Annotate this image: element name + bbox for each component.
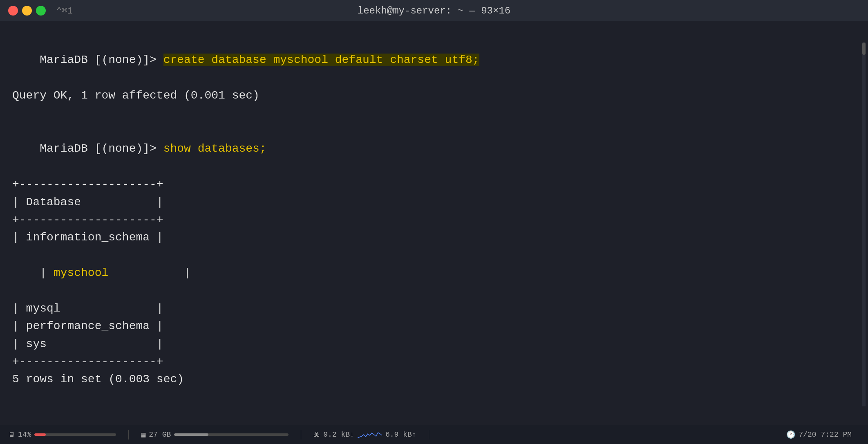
terminal-blank-2 — [12, 388, 856, 406]
cpu-label: 14% — [18, 431, 31, 439]
disk-icon: ▦ — [141, 430, 145, 439]
prompt-1: MariaDB [(none)]> — [40, 54, 163, 66]
maximize-button[interactable] — [36, 6, 46, 16]
terminal-row-info-schema: | information_schema | — [12, 229, 856, 246]
terminal-blank-1 — [12, 105, 856, 122]
terminal-row-perf-schema: | performance_schema | — [12, 317, 856, 335]
net-icon: 🖧 — [313, 431, 320, 439]
terminal-row-myschool: | myschool | — [12, 247, 856, 300]
scrollbar-thumb[interactable] — [862, 43, 866, 55]
cpu-progress-fill — [34, 433, 46, 436]
datetime-section: 🕐 7/20 7:22 PM — [778, 430, 860, 439]
terminal-line-1: MariaDB [(none)]> create database myscho… — [12, 34, 856, 87]
cpu-section: 🖥 14% — [8, 431, 124, 439]
scrollbar[interactable] — [862, 43, 866, 406]
cpu-progress-bar — [34, 433, 116, 436]
minimize-button[interactable] — [22, 6, 32, 16]
terminal-rows-summary: 5 rows in set (0.003 sec) — [12, 370, 856, 388]
terminal-table-header: | Database | — [12, 193, 856, 211]
terminal-last-prompt: MariaDB [(none)]> — [12, 406, 856, 425]
terminal-row-sys: | sys | — [12, 335, 856, 353]
statusbar: 🖥 14% ▦ 27 GB 🖧 9.2 kB↓ 6.9 kB↑ 🕐 7/20 7… — [0, 425, 868, 444]
disk-label: 27 GB — [149, 431, 171, 439]
titlebar: ⌃⌘1 leekh@my-server: ~ — 93×16 — [0, 0, 868, 21]
net-down-label: 9.2 kB↓ — [323, 431, 354, 439]
disk-progress-bar — [174, 433, 289, 436]
disk-progress-fill — [174, 433, 208, 436]
terminal-row-myschool-pipe1: | — [40, 267, 54, 279]
terminal-table-divider: +--------------------+ — [12, 211, 856, 229]
cmd-2: show databases; — [163, 142, 266, 155]
sep-3 — [429, 430, 429, 440]
terminal-line-4: MariaDB [(none)]> show databases; — [12, 122, 856, 175]
window-title: leekh@my-server: ~ — 93×16 — [358, 5, 510, 16]
net-up-label: 6.9 kB↑ — [385, 431, 416, 439]
cmd-1: create database myschool default charset… — [163, 54, 479, 66]
cpu-icon: 🖥 — [8, 431, 15, 439]
net-sparkline — [358, 431, 382, 439]
terminal-table-bottom: +--------------------+ — [12, 353, 856, 370]
terminal-row-myschool-name: myschool — [54, 267, 108, 279]
clock-icon: 🕐 — [786, 430, 795, 439]
disk-section: ▦ 27 GB — [133, 430, 297, 439]
net-section: 🖧 9.2 kB↓ 6.9 kB↑ — [305, 431, 424, 439]
traffic-lights: ⌃⌘1 — [8, 5, 73, 16]
terminal-table-top: +--------------------+ — [12, 175, 856, 193]
sep-2 — [301, 430, 301, 440]
prompt-2: MariaDB [(none)]> — [40, 142, 163, 155]
terminal-row-mysql: | mysql | — [12, 300, 856, 317]
sep-1 — [128, 430, 129, 440]
close-button[interactable] — [8, 6, 18, 16]
terminal-area[interactable]: MariaDB [(none)]> create database myscho… — [0, 21, 868, 425]
shortcut-label: ⌃⌘1 — [56, 5, 73, 16]
terminal-line-2: Query OK, 1 row affected (0.001 sec) — [12, 87, 856, 104]
datetime-label: 7/20 7:22 PM — [799, 431, 852, 439]
terminal-row-myschool-pipe2: | — [108, 267, 191, 279]
